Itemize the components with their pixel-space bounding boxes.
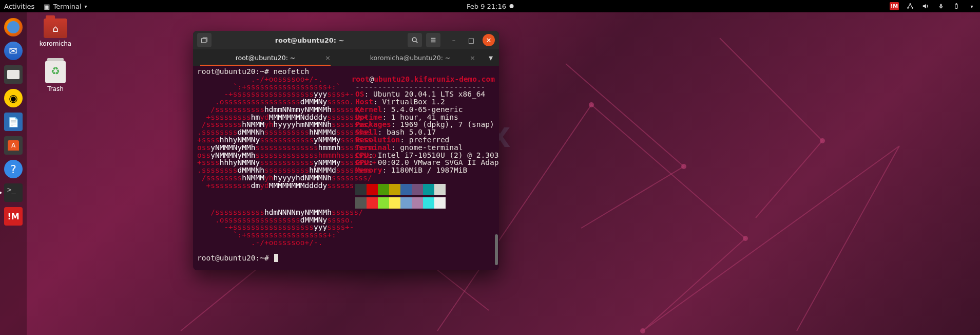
new-tab-button[interactable] [197, 33, 212, 47]
terminal-output[interactable]: root@ubuntu20:~# neofetch .-/+oossssoo+/… [193, 66, 499, 270]
terminal-icon: >_ [4, 183, 23, 202]
network-tray-icon[interactable] [906, 2, 914, 10]
desktop-icon-label: koromicha [37, 40, 74, 47]
volume-tray-icon[interactable] [921, 2, 930, 10]
svg-point-7 [743, 236, 748, 241]
window-title: root@ubuntu20: ~ [216, 36, 403, 44]
chevron-down-icon: ▾ [85, 4, 87, 9]
dock-files[interactable] [3, 64, 24, 85]
hamburger-menu-button[interactable] [426, 33, 440, 47]
top-panel: Activities ▣ Terminal ▾ Feb 9 21:16 !M ▾ [0, 0, 980, 12]
svg-rect-3 [940, 4, 942, 7]
app-menu-label: Terminal [53, 3, 82, 10]
desktop-home-folder[interactable]: koromicha [37, 18, 74, 47]
terminal-window: root@ubuntu20: ~ – □ ✕ root@ubuntu20: ~ … [193, 31, 499, 270]
help-icon: ? [4, 160, 23, 178]
search-button[interactable] [408, 33, 422, 47]
mic-tray-icon[interactable] [937, 2, 945, 10]
clock[interactable]: Feb 9 21:16 [467, 3, 513, 10]
svg-rect-5 [956, 4, 957, 5]
tab-label: koromicha@ubuntu20: ~ [370, 54, 451, 62]
tab-menu-button[interactable]: ▾ [483, 49, 499, 66]
thunderbird-icon: ✉ [4, 42, 23, 60]
color-palette [355, 184, 446, 195]
svg-point-13 [412, 38, 416, 42]
system-menu-chevron-icon[interactable]: ▾ [968, 2, 976, 10]
battery-tray-icon[interactable] [952, 2, 960, 10]
scrollbar[interactable] [495, 234, 498, 265]
dock-help[interactable]: ? [3, 158, 24, 180]
svg-point-6 [589, 102, 594, 107]
dock-software[interactable] [3, 135, 24, 156]
svg-rect-4 [955, 4, 958, 8]
nomachine-tray-icon[interactable]: !M [890, 2, 899, 10]
svg-point-10 [681, 164, 686, 169]
terminal-tab-active[interactable]: root@ubuntu20: ~ × [193, 49, 338, 66]
tab-close-icon[interactable]: × [470, 54, 475, 62]
terminal-small-icon: ▣ [44, 3, 50, 10]
dock-terminal[interactable]: >_ [3, 182, 24, 203]
folder-icon [44, 18, 67, 38]
files-icon [4, 65, 23, 84]
nomachine-icon: !M [4, 207, 23, 226]
window-titlebar[interactable]: root@ubuntu20: ~ – □ ✕ [193, 31, 499, 49]
terminal-tab-inactive[interactable]: koromicha@ubuntu20: ~ × [338, 49, 483, 66]
svg-rect-12 [202, 39, 206, 43]
dock: ✉ ◉ 📄 ? >_ !M [0, 12, 27, 335]
software-icon [4, 136, 23, 155]
wallpaper-lines [27, 12, 980, 335]
firefox-icon [4, 18, 23, 36]
rhythmbox-icon: ◉ [4, 89, 23, 107]
desktop-trash[interactable]: Trash [37, 61, 74, 92]
notification-dot-icon [509, 4, 513, 8]
svg-point-11 [820, 138, 825, 143]
writer-icon: 📄 [4, 113, 23, 131]
dock-firefox[interactable] [3, 16, 24, 38]
clock-label: Feb 9 21:16 [467, 3, 506, 10]
close-button[interactable]: ✕ [483, 34, 495, 46]
maximize-button[interactable]: □ [465, 34, 477, 46]
minimize-button[interactable]: – [448, 34, 460, 46]
svg-point-8 [640, 328, 645, 333]
dock-nomachine[interactable]: !M [3, 206, 24, 227]
tab-close-icon[interactable]: × [325, 54, 331, 62]
activities-button[interactable]: Activities [4, 3, 34, 10]
trash-icon [45, 61, 66, 83]
app-menu[interactable]: ▣ Terminal ▾ [44, 3, 87, 10]
dock-libreoffice-writer[interactable]: 📄 [3, 111, 24, 133]
tab-label: root@ubuntu20: ~ [236, 54, 296, 62]
color-palette-bright [355, 197, 446, 209]
desktop-icon-label: Trash [37, 85, 74, 92]
terminal-tab-bar: root@ubuntu20: ~ × koromicha@ubuntu20: ~… [193, 49, 499, 66]
dock-thunderbird[interactable]: ✉ [3, 40, 24, 62]
dock-rhythmbox[interactable]: ◉ [3, 87, 24, 109]
